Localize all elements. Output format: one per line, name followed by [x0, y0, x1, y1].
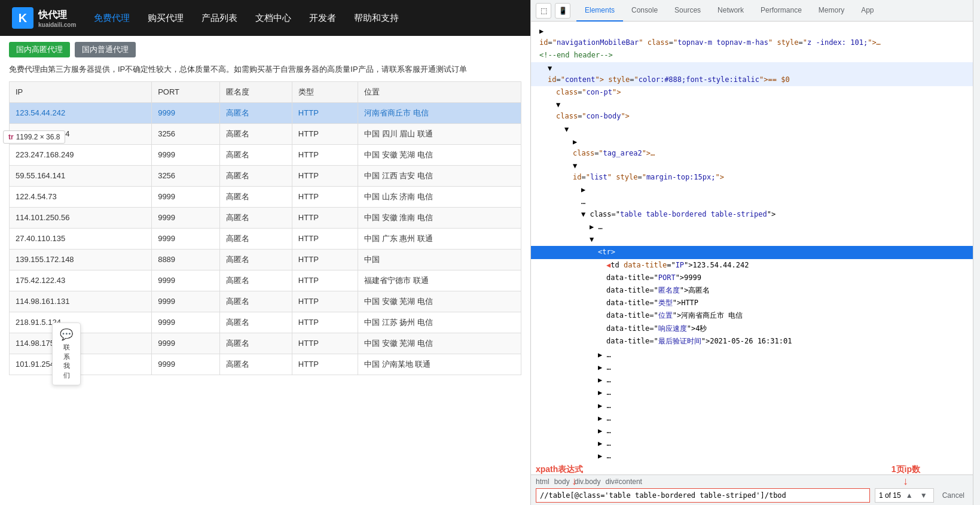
tree-line[interactable]: ▶ … — [531, 412, 973, 425]
table-cell: 3256 — [152, 165, 220, 186]
tree-line[interactable]: <tr> — [531, 246, 973, 258]
table-row[interactable]: 59.55.164.1413256高匿名HTTP中国 江西 吉安 电信 — [10, 165, 521, 186]
table-cell: 9999 — [152, 312, 220, 333]
breadcrumb-item[interactable]: html — [536, 477, 549, 486]
nav-help[interactable]: 帮助和支持 — [354, 13, 399, 24]
table-row[interactable]: 139.155.172.1488889高匿名HTTP中国 — [10, 249, 521, 270]
tree-line[interactable]: ▼ id="content"> style="color:#888;font-s… — [531, 62, 973, 86]
breadcrumb-item[interactable]: div.body — [575, 477, 601, 486]
table-cell: HTTP — [292, 354, 358, 375]
tree-line[interactable]: ▶ … — [531, 387, 973, 399]
devtools-topbar: ⬚ 📱 Elements Console Sources Network Per… — [531, 0, 973, 22]
tree-line[interactable]: ▶ … — [531, 400, 973, 412]
tree-line[interactable]: ▶ … — [531, 450, 973, 463]
table-cell: 3256 — [152, 123, 220, 144]
tooltip-tag: tr — [8, 133, 14, 141]
table-cell: HTTP — [292, 312, 358, 333]
table-cell: 中国 沪南某地 联通 — [358, 354, 521, 375]
table-row[interactable]: 27.40.110.1359999高匿名HTTP中国 广东 惠州 联通 — [10, 228, 521, 249]
table-cell: 中国 四川 眉山 联通 — [358, 123, 521, 144]
tree-line[interactable]: ▶ … — [531, 361, 973, 374]
tab-memory[interactable]: Memory — [810, 0, 853, 22]
contact-widget[interactable]: 💬 联系我们 — [52, 323, 81, 385]
tree-line[interactable]: class="con-pt"> — [531, 86, 973, 99]
breadcrumb-item[interactable]: div#content — [606, 477, 642, 486]
tree-line[interactable]: ▼ id="list" style="margin-top:15px;"> — [531, 160, 973, 184]
tree-line[interactable]: data-title="PORT">9999 — [531, 272, 973, 284]
tree-line[interactable]: ▶ … — [531, 425, 973, 437]
table-cell: HTTP — [292, 165, 358, 186]
table-cell: HTTP — [292, 333, 358, 354]
table-row[interactable]: 114.101.250.569999高匿名HTTP中国 安徽 淮南 电信 — [10, 207, 521, 228]
tree-line[interactable]: ▶ … — [531, 374, 973, 387]
table-row[interactable]: 114.98.161.1319999高匿名HTTP中国 安徽 芜湖 电信 — [10, 291, 521, 312]
html-tree: ▶ id="navigationMobileBar" class="topnav… — [531, 22, 973, 474]
tab-sources[interactable]: Sources — [666, 0, 709, 22]
table-cell: 9999 — [152, 333, 220, 354]
devtools-icon-group: ⬚ 📱 — [536, 3, 570, 19]
tree-line[interactable]: ▼ class="table table-bordered table-stri… — [531, 208, 973, 221]
tree-line[interactable]: data-title="最后验证时间">2021-05-26 16:31:01 — [531, 335, 973, 348]
table-row[interactable]: 114.98.175.569999高匿名HTTP中国 安徽 芜湖 电信 — [10, 333, 521, 354]
table-cell: 中国 江苏 扬州 电信 — [358, 312, 521, 333]
device-icon[interactable]: 📱 — [555, 3, 570, 19]
table-cell: 中国 山东 济南 电信 — [358, 186, 521, 207]
xpath-prev-btn[interactable]: ▲ — [903, 489, 915, 501]
proxy-table-body: 123.54.44.2429999高匿名HTTP河南省商丘市 电信112.195… — [10, 102, 521, 375]
table-row[interactable]: 101.91.254.0009999高匿名HTTP中国 沪南某地 联通 — [10, 354, 521, 375]
tree-line[interactable]: ▼ class="con-body"> — [531, 99, 973, 123]
table-row[interactable]: 123.54.44.2429999高匿名HTTP河南省商丘市 电信 — [10, 102, 521, 123]
tree-line[interactable]: data-title="类型">HTTP — [531, 297, 973, 309]
tree-line[interactable]: ▶ id="navigationMobileBar" class="topnav… — [531, 25, 973, 49]
tree-line[interactable]: ▶ … — [531, 349, 973, 361]
tree-line[interactable]: ▶ … — [531, 221, 973, 233]
tab-network[interactable]: Network — [709, 0, 752, 22]
table-cell: 9999 — [152, 207, 220, 228]
tree-line[interactable]: ▶ … — [531, 184, 973, 208]
tree-line[interactable]: ▼ — [531, 123, 973, 136]
tab-domestic-normal[interactable]: 国内普通代理 — [75, 42, 136, 57]
table-row[interactable]: 175.42.122.439999高匿名HTTP福建省宁德市 联通 — [10, 270, 521, 291]
table-cell: HTTP — [292, 228, 358, 249]
table-row[interactable]: 223.247.168.2499999高匿名HTTP中国 安徽 芜湖 电信 — [10, 144, 521, 165]
table-row[interactable]: 218.91.5.1249999高匿名HTTP中国 江苏 扬州 电信 — [10, 312, 521, 333]
tab-domestic-high-anon[interactable]: 国内高匿代理 — [9, 42, 70, 57]
nav-product-list[interactable]: 产品列表 — [202, 13, 237, 24]
table-cell: 高匿名 — [220, 144, 292, 165]
tree-line[interactable]: <!--end header--> — [531, 49, 973, 62]
tab-performance[interactable]: Performance — [752, 0, 810, 22]
table-cell: 高匿名 — [220, 354, 292, 375]
table-cell: 福建省宁德市 联通 — [358, 270, 521, 291]
xpath-cancel-btn[interactable]: Cancel — [939, 490, 968, 501]
tree-line[interactable]: ◀td data-title="IP">123.54.44.242 — [531, 259, 973, 272]
tab-elements[interactable]: Elements — [576, 0, 623, 22]
tree-line[interactable]: ▶ class="tag_area2">… — [531, 136, 973, 160]
table-cell: 高匿名 — [220, 312, 292, 333]
table-cell: 9999 — [152, 354, 220, 375]
table-row[interactable]: 112.195.241.443256高匿名HTTP中国 四川 眉山 联通 — [10, 123, 521, 144]
xpath-next-btn[interactable]: ▼ — [918, 489, 930, 501]
breadcrumb-item[interactable]: body — [554, 477, 570, 486]
notice-text: 免费代理由第三方服务器提供，IP不确定性较大，总体质量不高。如需购买基于自营服务… — [9, 63, 521, 75]
xpath-count-value: 1 of 15 — [879, 491, 901, 500]
tree-line[interactable]: ▶ … — [531, 437, 973, 450]
nav-free-proxy[interactable]: 免费代理 — [94, 13, 130, 24]
tree-line[interactable]: ▼ — [531, 233, 973, 246]
nav-buy-proxy[interactable]: 购买代理 — [148, 13, 184, 24]
right-strip — [973, 0, 980, 505]
tab-console[interactable]: Console — [623, 0, 666, 22]
table-cell: 9999 — [152, 291, 220, 312]
xpath-input[interactable] — [536, 488, 870, 503]
tree-line[interactable]: data-title="匿名度">高匿名 — [531, 284, 973, 297]
table-cell: 高匿名 — [220, 207, 292, 228]
table-cell: 中国 安徽 芜湖 电信 — [358, 333, 521, 354]
inspect-icon[interactable]: ⬚ — [536, 3, 551, 19]
tree-line[interactable]: data-title="位置">河南省商丘市 电信 — [531, 309, 973, 322]
table-cell: 9999 — [152, 228, 220, 249]
nav-docs[interactable]: 文档中心 — [255, 13, 291, 24]
tab-application[interactable]: App — [853, 0, 882, 22]
nav-developer[interactable]: 开发者 — [309, 13, 336, 24]
tab-row: 国内高匿代理 国内普通代理 — [9, 42, 521, 57]
tree-line[interactable]: data-title="响应速度">4秒 — [531, 323, 973, 335]
table-row[interactable]: 122.4.54.739999高匿名HTTP中国 山东 济南 电信 — [10, 186, 521, 207]
